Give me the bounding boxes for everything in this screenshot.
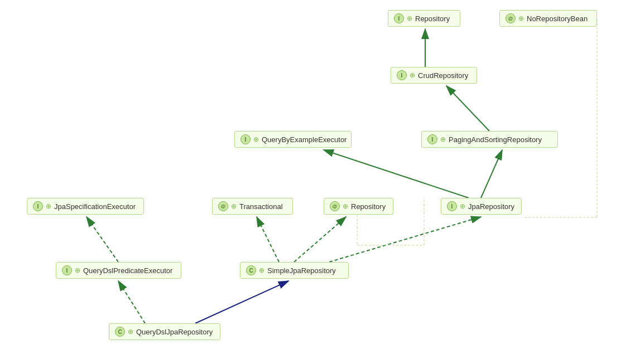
link-icon-jpaSpecificationExecutor: ⊕ (46, 202, 51, 210)
node-repository-mid: @ ⊕ Repository (324, 198, 393, 215)
link-icon-noRepositoryBean: ⊕ (518, 14, 524, 22)
label-repository-top: Repository (415, 14, 450, 23)
svg-line-7 (329, 217, 481, 262)
link-icon-queryByExampleExecutor: ⊕ (253, 135, 259, 143)
arrows-svg (0, 0, 640, 364)
svg-line-12 (195, 281, 288, 323)
badge-C-queryDslJpaRepository: C (115, 327, 125, 337)
badge-I-crudRepository: I (397, 70, 407, 80)
label-repository-mid: Repository (351, 202, 386, 211)
node-transactional: @ ⊕ Transactional (212, 198, 293, 215)
node-jpaSpecificationExecutor: I ⊕ JpaSpecificationExecutor (27, 198, 144, 215)
badge-C-simpleJpaRepository: C (246, 265, 256, 275)
node-jpaRepository: I ⊕ JpaRepository (441, 198, 522, 215)
badge-I-queryDslPredicateExecutor: I (62, 265, 72, 275)
label-transactional: Transactional (239, 202, 283, 211)
node-queryDslPredicateExecutor: I ⊕ QueryDslPredicateExecutor (56, 262, 181, 279)
label-crudRepository: CrudRepository (418, 71, 468, 80)
badge-I-jpaSpecificationExecutor: I (33, 201, 43, 211)
svg-line-9 (294, 217, 346, 262)
badge-I-queryByExampleExecutor: I (240, 134, 251, 144)
badge-I-repository-top: I (394, 13, 404, 23)
link-icon-crudRepository: ⊕ (410, 71, 415, 79)
svg-line-6 (324, 150, 469, 198)
link-icon-repository-top: ⊕ (407, 14, 412, 22)
link-icon-queryDslPredicateExecutor: ⊕ (75, 266, 80, 274)
svg-line-11 (118, 281, 145, 323)
link-icon-repository-mid: ⊕ (343, 202, 348, 210)
diagram-container: I ⊕ Repository @ ⊕ NoRepositoryBean I ⊕ … (0, 0, 640, 364)
label-jpaRepository: JpaRepository (468, 202, 514, 211)
node-crudRepository: I ⊕ CrudRepository (391, 67, 477, 84)
label-queryDslJpaRepository: QueryDslJpaRepository (136, 328, 213, 336)
badge-I-pagingAndSortingRepository: I (427, 134, 437, 144)
svg-line-5 (481, 150, 502, 198)
node-repository-top: I ⊕ Repository (388, 10, 460, 27)
badge-AT-repository-mid: @ (330, 201, 340, 211)
link-icon-pagingAndSortingRepository: ⊕ (440, 135, 446, 143)
label-pagingAndSortingRepository: PagingAndSortingRepository (449, 135, 542, 144)
node-queryDslJpaRepository: C ⊕ QueryDslJpaRepository (109, 323, 220, 340)
label-jpaSpecificationExecutor: JpaSpecificationExecutor (54, 202, 136, 211)
link-icon-queryDslJpaRepository: ⊕ (128, 328, 133, 336)
node-queryByExampleExecutor: I ⊕ QueryByExampleExecutor (234, 131, 352, 148)
badge-AT-transactional: @ (218, 201, 228, 211)
svg-line-8 (257, 217, 279, 262)
link-icon-simpleJpaRepository: ⊕ (259, 266, 264, 274)
svg-line-10 (86, 217, 118, 262)
label-simpleJpaRepository: SimpleJpaRepository (267, 266, 336, 275)
link-icon-jpaRepository: ⊕ (460, 202, 465, 210)
node-pagingAndSortingRepository: I ⊕ PagingAndSortingRepository (421, 131, 558, 148)
label-queryDslPredicateExecutor: QueryDslPredicateExecutor (83, 266, 172, 275)
node-noRepositoryBean: @ ⊕ NoRepositoryBean (499, 10, 597, 27)
badge-AT-noRepositoryBean: @ (506, 13, 516, 23)
svg-line-4 (446, 86, 489, 131)
link-icon-transactional: ⊕ (231, 202, 237, 210)
label-noRepositoryBean: NoRepositoryBean (527, 14, 588, 23)
node-simpleJpaRepository: C ⊕ SimpleJpaRepository (240, 262, 349, 279)
label-queryByExampleExecutor: QueryByExampleExecutor (262, 135, 347, 144)
badge-I-jpaRepository: I (447, 201, 457, 211)
